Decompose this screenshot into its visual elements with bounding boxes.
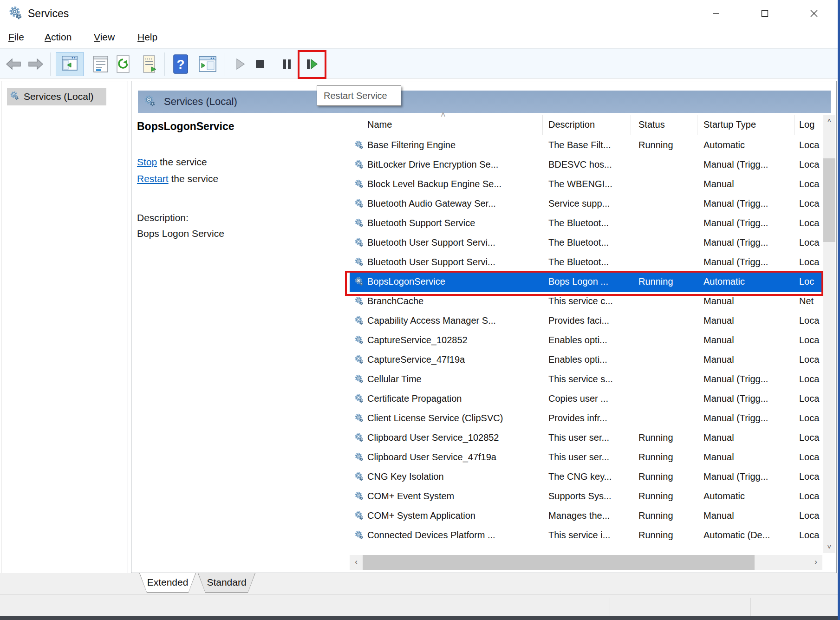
service-name-cell: CNG Key Isolation [367,471,540,482]
service-gear-icon [354,316,364,327]
column-header-name[interactable]: Name [367,119,392,130]
stop-service-button[interactable] [252,53,268,75]
banner-gear-icon [143,95,156,109]
vertical-scrollbar-thumb[interactable] [823,158,835,242]
table-row[interactable]: Clipboard User Service_47f19a This user … [350,448,822,468]
table-row[interactable]: Connected Devices Platform ... This serv… [350,526,822,546]
tree-item-services-local[interactable]: Services (Local) [7,88,106,105]
service-logon-cell: Loca [799,393,822,404]
minimize-button[interactable] [703,3,729,24]
table-row[interactable]: COM+ Event System Supports Sys... Runnin… [350,487,822,507]
help-icon: ? [172,54,189,74]
description-value: Bops Logon Service [137,228,224,239]
export-list-button[interactable] [140,53,161,75]
service-startup-cell: Manual (Trigg... [703,413,793,424]
table-row[interactable]: Bluetooth User Support Servi... The Blue… [350,234,822,253]
table-row[interactable]: Base Filtering Engine The Base Filt... R… [350,136,822,156]
table-row[interactable]: COM+ System Application Manages the... R… [350,507,822,526]
help-button[interactable]: ? [171,53,190,75]
service-logon-cell: Loca [799,432,822,443]
refresh-button[interactable] [113,53,133,75]
service-description-cell: Copies user ... [548,393,633,404]
service-startup-cell: Manual [703,315,793,326]
service-gear-icon [354,355,364,366]
show-action-pane-button[interactable] [197,53,218,75]
table-row[interactable]: CNG Key Isolation The CNG key... Running… [350,468,822,487]
properties-button[interactable] [91,53,111,75]
table-row[interactable]: CaptureService_102852 Enables opti... Ma… [350,331,822,351]
column-header-description[interactable]: Description [548,119,595,130]
scroll-up-icon[interactable]: ˄ [823,115,835,127]
menu-file[interactable]: File [8,32,24,43]
close-button[interactable] [801,3,827,24]
service-description-cell: The Bluetoot... [548,257,633,268]
action-pane-icon [197,55,218,73]
status-bar [0,594,840,616]
table-row[interactable]: Capability Access Manager S... Provides … [350,312,822,331]
selected-service-name: BopsLogonService [137,120,234,133]
service-description-cell: Provides infr... [548,413,633,424]
start-service-button[interactable] [232,53,249,75]
scroll-down-icon[interactable]: ˅ [823,541,835,553]
service-description-cell: Enables opti... [548,354,633,365]
service-logon-cell: Loca [799,491,822,502]
service-startup-cell: Manual (Trigg... [703,374,793,385]
svg-text:?: ? [176,57,184,72]
tab-extended[interactable]: Extended [139,573,196,593]
column-header-status[interactable]: Status [638,119,665,130]
list-header: ˄ Name Description Status Startup Type L… [350,114,822,136]
maximize-button[interactable] [752,3,778,24]
service-startup-cell: Manual [703,296,793,307]
service-gear-icon [354,374,364,386]
column-divider [794,115,795,135]
service-description-cell: Enables opti... [548,335,633,346]
service-description-cell: The WBENGI... [548,179,633,189]
service-status-cell: Running [638,530,695,541]
service-startup-cell: Manual [703,452,793,463]
service-startup-cell: Manual (Trigg... [703,198,793,209]
table-row[interactable]: Bluetooth Support Service The Bluetoot..… [350,214,822,234]
table-row[interactable]: Bluetooth User Support Servi... The Blue… [350,253,822,273]
table-row[interactable]: Certificate Propagation Copies user ... … [350,390,822,409]
table-row[interactable]: BitLocker Drive Encryption Se... BDESVC … [350,156,822,175]
column-divider [542,115,543,135]
column-header-log-on-as[interactable]: Log [799,119,814,130]
console-tree-icon [56,52,82,75]
service-gear-icon [354,257,364,269]
menu-action[interactable]: Action [45,32,72,43]
pause-service-button[interactable] [279,53,295,75]
service-name-cell: Base Filtering Engine [367,140,540,150]
table-row[interactable]: Bluetooth Audio Gateway Ser... Service s… [350,195,822,214]
service-status-cell: Running [638,491,695,502]
status-divider [610,598,610,616]
service-description-cell: This service s... [548,374,633,385]
service-description-cell: The CNG key... [548,471,633,482]
back-button[interactable] [5,53,22,75]
horizontal-scrollbar[interactable]: ‹ › [350,555,822,570]
tab-standard[interactable]: Standard [198,573,255,593]
service-description-cell: Manages the... [548,510,633,521]
forward-button[interactable] [27,53,45,75]
scroll-left-icon[interactable]: ‹ [350,555,363,570]
show-console-tree-button[interactable] [56,52,84,76]
table-row[interactable]: Client License Service (ClipSVC) Provide… [350,409,822,429]
table-row[interactable]: Cellular Time This service s... Manual (… [350,370,822,390]
services-node-icon [10,91,19,102]
menu-help[interactable]: Help [137,32,157,43]
table-row[interactable]: CaptureService_47f19a Enables opti... Ma… [350,351,822,370]
service-logon-cell: Loca [799,257,822,268]
scroll-right-icon[interactable]: › [809,555,822,570]
service-logon-cell: Loca [799,237,822,248]
restart-service-link[interactable]: Restart [137,173,169,184]
vertical-scrollbar[interactable]: ˄ ˅ [823,115,835,553]
table-row[interactable]: Clipboard User Service_102852 This user … [350,429,822,448]
service-description-cell: Provides faci... [548,315,633,326]
service-gear-icon [354,179,364,191]
menu-view[interactable]: View [94,32,115,43]
horizontal-scrollbar-thumb[interactable] [363,555,755,570]
table-row[interactable]: Block Level Backup Engine Se... The WBEN… [350,175,822,195]
service-gear-icon [354,199,364,210]
forward-arrow-icon [28,58,44,70]
stop-service-link[interactable]: Stop [137,157,157,167]
column-header-startup-type[interactable]: Startup Type [703,119,756,130]
